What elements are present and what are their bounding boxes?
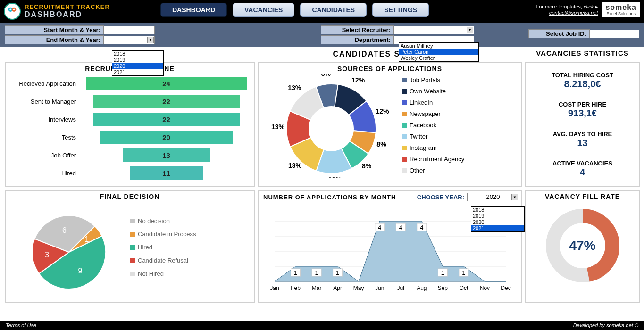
fillrate-pct: 47% bbox=[569, 238, 595, 253]
svg-text:13%: 13% bbox=[328, 176, 342, 178]
legend-label: Hired bbox=[138, 241, 152, 254]
funnel-label: Interviews bbox=[8, 116, 81, 123]
logo-icon bbox=[4, 3, 21, 20]
svg-text:12%: 12% bbox=[351, 76, 365, 84]
year-option[interactable]: 2019 bbox=[112, 57, 163, 63]
chevron-down-icon[interactable]: ▼ bbox=[467, 27, 473, 33]
legend-label: Recruitment Agency bbox=[410, 154, 464, 165]
chevron-down-icon[interactable]: ▼ bbox=[147, 37, 154, 43]
svg-point-13 bbox=[309, 106, 354, 151]
legend-swatch bbox=[402, 168, 407, 173]
choose-year-option[interactable]: 2021 bbox=[471, 225, 524, 231]
svg-text:Oct: Oct bbox=[460, 285, 468, 291]
svg-text:1: 1 bbox=[294, 269, 297, 276]
jobid-label: Select Job ID: bbox=[528, 29, 590, 38]
year-option[interactable]: 2018 bbox=[112, 51, 163, 57]
vacancies-title: VACANCIES STATISTICS bbox=[525, 49, 640, 59]
legend-swatch bbox=[130, 258, 135, 263]
recruiter-option[interactable]: Peter Caron bbox=[399, 49, 478, 55]
funnel-bar: 11 bbox=[130, 166, 203, 180]
recruiter-option[interactable]: Austin Millfrey bbox=[399, 43, 478, 49]
svg-text:9: 9 bbox=[78, 267, 83, 275]
nav-candidates[interactable]: CANDIDATES bbox=[300, 3, 367, 17]
funnel-label: Job Offer bbox=[8, 152, 81, 159]
svg-text:May: May bbox=[353, 285, 364, 291]
choose-year-option[interactable]: 2018 bbox=[471, 207, 524, 213]
legend-label: Own Website bbox=[410, 86, 446, 97]
legend-swatch bbox=[130, 232, 135, 237]
nav-vacancies[interactable]: VACANCIES bbox=[233, 3, 294, 17]
funnel-label: Recieved Application bbox=[8, 80, 81, 87]
templates-link[interactable]: click ▸ bbox=[584, 4, 598, 9]
end-month-input[interactable]: ▼ bbox=[104, 36, 155, 44]
end-month-label: End Month & Year: bbox=[5, 35, 104, 44]
year-option[interactable]: 2021 bbox=[112, 69, 163, 75]
svg-text:Nov: Nov bbox=[480, 285, 490, 291]
svg-text:1: 1 bbox=[441, 269, 444, 276]
footer: Terms of Use Developed by someka.net © bbox=[0, 321, 644, 330]
brand-logo[interactable]: someka Excel Solutions bbox=[602, 2, 640, 17]
legend-swatch bbox=[402, 157, 407, 162]
nav-settings[interactable]: SETTINGS bbox=[372, 3, 429, 17]
decision-title: FINAL DECISION bbox=[8, 193, 252, 200]
svg-text:13%: 13% bbox=[288, 84, 301, 91]
recruiter-input[interactable]: ▼ bbox=[394, 26, 474, 34]
copyright: Developed by someka.net © bbox=[573, 322, 638, 328]
department-label: Department: bbox=[321, 35, 394, 44]
svg-text:13%: 13% bbox=[271, 123, 285, 131]
svg-text:4: 4 bbox=[420, 224, 423, 231]
fillrate-title: VACANCY FILL RATE bbox=[527, 193, 637, 200]
terms-link[interactable]: Terms of Use bbox=[6, 322, 36, 328]
svg-text:4: 4 bbox=[399, 224, 402, 231]
year-option[interactable]: 2020 bbox=[112, 63, 163, 69]
choose-year-label: CHOOSE YEAR: bbox=[417, 194, 464, 201]
nav-tabs: DASHBOARD VACANCIES CANDIDATES SETTINGS bbox=[160, 3, 429, 17]
svg-text:13%: 13% bbox=[288, 162, 302, 169]
candidates-title: CANDIDATES STATISTICS bbox=[258, 49, 522, 59]
legend-swatch bbox=[402, 134, 407, 139]
apps-title: NUMBER OF APPLICATIONS BY MONTH bbox=[260, 194, 396, 201]
funnel-bar: 22 bbox=[93, 95, 240, 108]
pipeline-panel: RECRUITMENT PIPELINE Recieved Applicatio… bbox=[5, 62, 255, 187]
choose-year-option[interactable]: 2020 bbox=[471, 219, 524, 225]
decision-panel: FINAL DECISION 6193 No decisionCandidate… bbox=[5, 190, 255, 303]
recruiter-dropdown[interactable]: Austin Millfrey Peter Caron Wesley Craft… bbox=[399, 42, 479, 62]
filter-bar: Start Month & Year: End Month & Year: ▼ … bbox=[0, 23, 644, 47]
end-year-dropdown[interactable]: 2018 2019 2020 2021 bbox=[112, 50, 164, 76]
jobid-input[interactable] bbox=[590, 30, 639, 38]
stat-label: COST PER HIRE bbox=[527, 101, 637, 108]
choose-year-option[interactable]: 2019 bbox=[471, 213, 524, 219]
stat-label: AVG. DAYS TO HIRE bbox=[527, 131, 637, 138]
sources-title: SOURCES OF APPLICATIONS bbox=[260, 65, 519, 73]
templates-text: For more templates, bbox=[535, 4, 583, 9]
choose-year-dropdown[interactable]: 2018 2019 2020 2021 bbox=[471, 206, 525, 232]
contact-link[interactable]: contact@someka.net bbox=[549, 10, 598, 16]
decision-pie-chart: 6193 bbox=[8, 200, 130, 295]
stat-value: 913,1€ bbox=[527, 108, 637, 119]
legend-swatch bbox=[402, 89, 407, 94]
svg-text:Jan: Jan bbox=[270, 285, 279, 291]
chevron-down-icon[interactable]: ▼ bbox=[511, 194, 518, 200]
app-title: RECRUITMENT TRACKER bbox=[25, 4, 110, 10]
svg-text:Mar: Mar bbox=[312, 285, 322, 291]
funnel-bar: 24 bbox=[86, 77, 247, 90]
sources-panel: SOURCES OF APPLICATIONS 8%12%12%8%8%13%1… bbox=[258, 62, 522, 187]
sources-donut-chart: 8%12%12%8%8%13%13%13%13% bbox=[260, 74, 402, 178]
decision-legend: No decisionCandidate in ProcessHiredCand… bbox=[130, 214, 196, 280]
legend-label: Job Portals bbox=[410, 74, 440, 86]
start-month-label: Start Month & Year: bbox=[5, 25, 104, 34]
start-month-input[interactable] bbox=[104, 26, 155, 34]
nav-dashboard[interactable]: DASHBOARD bbox=[160, 3, 227, 17]
funnel-bar: 13 bbox=[123, 148, 209, 162]
choose-year-input[interactable]: 2020 ▼ bbox=[467, 193, 519, 201]
svg-text:Jun: Jun bbox=[375, 285, 384, 291]
funnel-bar: 22 bbox=[93, 113, 240, 126]
svg-text:4: 4 bbox=[378, 224, 381, 231]
legend-swatch bbox=[402, 123, 407, 128]
svg-text:1: 1 bbox=[315, 269, 318, 276]
svg-text:8%: 8% bbox=[376, 140, 386, 148]
recruiter-option[interactable]: Wesley Crafter bbox=[399, 55, 478, 61]
stat-value: 13 bbox=[527, 138, 637, 148]
funnel-label: Tests bbox=[8, 134, 81, 141]
svg-text:8%: 8% bbox=[362, 162, 372, 170]
